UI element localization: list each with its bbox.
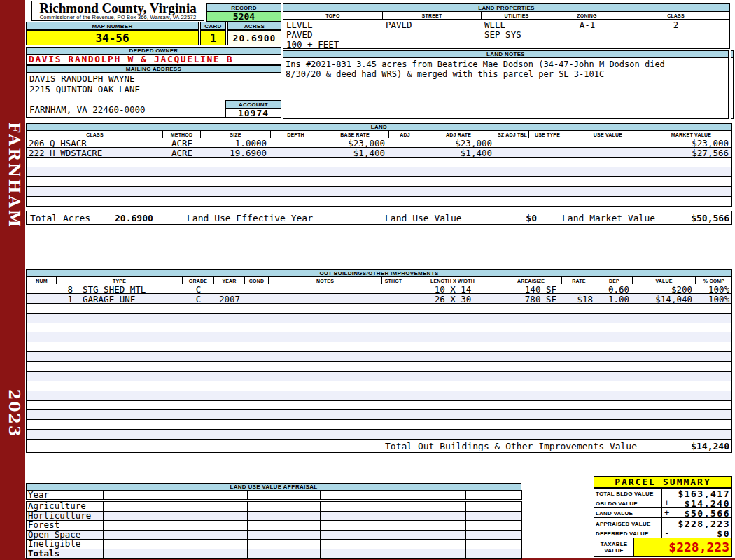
- column-header-rate: RATE: [562, 277, 596, 284]
- table-row: [27, 314, 732, 323]
- land-use-value-label: Land Use Value: [385, 214, 462, 226]
- address-line: FARNHAM, VA 22460-0000: [29, 105, 146, 115]
- cell-value: $14,040: [633, 295, 694, 304]
- column-header-adj: ADJ: [389, 131, 421, 138]
- land-use-effective-year-label: Land Use Effective Year: [187, 214, 313, 226]
- cell-base-rate: $23,000: [321, 139, 387, 148]
- appraisal-cell: [393, 520, 466, 531]
- table-row: [27, 332, 732, 342]
- appraisal-cell: [465, 549, 522, 559]
- address-line: 2215 QUINTON OAK LANE: [29, 85, 140, 94]
- column-header-year: YEAR: [214, 277, 245, 284]
- summary-row: LAND VALUE + $50,566: [594, 507, 732, 518]
- column-header-sthgt: STHGT: [382, 277, 405, 284]
- appraisal-cell: [320, 530, 393, 540]
- account-value: 10974: [225, 108, 281, 118]
- cell-depth: [271, 148, 321, 158]
- table-row: [27, 401, 732, 411]
- land-table-rows: 206 Q HSACRACRE1.0000$23,000$23,000$23,0…: [26, 138, 732, 206]
- cell-market-value: $27,566: [650, 148, 731, 158]
- appraisal-cell: [393, 539, 466, 550]
- summary-row-label: OBLDG VALUE: [596, 500, 638, 507]
- cell-pct-comp: 100%: [696, 285, 732, 294]
- street-value: PAVED: [386, 20, 412, 30]
- summary-row: TOTAL BLDG VALUE $163,417: [594, 488, 732, 498]
- table-row: [27, 410, 732, 420]
- appraisal-cell: [247, 520, 321, 531]
- appraisal-cell: [247, 501, 321, 512]
- card-value: 1: [200, 30, 226, 46]
- deeded-owner-value: DAVIS RANDOLPH W & JACQUELINE B: [26, 55, 281, 65]
- column-header-value: VALUE: [633, 277, 696, 284]
- appraisal-cell: [174, 490, 248, 500]
- table-row: [27, 323, 732, 333]
- out-buildings-total-label: Total Out Buildings & Other Improvements…: [385, 442, 637, 454]
- appraisal-cell: [174, 520, 248, 531]
- acres-header: ACRES: [227, 22, 281, 30]
- appraisal-cell: [393, 549, 466, 559]
- appraisal-cell: [247, 530, 321, 540]
- cell-method: ACRE: [163, 139, 201, 148]
- cell-area-size: 140 SF: [500, 285, 559, 294]
- appraisal-cell: [393, 511, 466, 522]
- cell-market-value: $23,000: [650, 139, 731, 148]
- record-value: 5204: [206, 11, 281, 22]
- land-notes-line: Ins #2021-831 3.45 acres from Beatrice M…: [286, 59, 665, 69]
- cell-sthgt: [382, 295, 405, 304]
- appraisal-cell: [103, 539, 174, 550]
- card-header: CARD: [200, 22, 226, 30]
- table-row: [27, 382, 732, 391]
- cell-dep: 1.00: [596, 295, 631, 304]
- land-totals-row: Total Acres 20.6900 Land Use Effective Y…: [26, 211, 732, 225]
- column-header-depth: DEPTH: [271, 131, 321, 138]
- appraisal-cell: [320, 490, 393, 500]
- cell-adj-rate: $23,000: [421, 139, 494, 148]
- column-header-class: CLASS: [27, 131, 163, 138]
- appraisal-cell: [103, 490, 174, 500]
- left-border-band: [0, 0, 25, 560]
- appraisal-cell: [174, 530, 248, 540]
- cell-notes: [269, 295, 382, 304]
- appraisal-cell: [320, 520, 393, 531]
- county-title: Richmond County, Virginia: [32, 1, 204, 15]
- cell-value: $200: [633, 285, 694, 294]
- summary-row: APPRAISED VALUE $228,223: [594, 517, 732, 528]
- table-row: [27, 158, 732, 167]
- column-header-market-value: MARKET VALUE: [650, 131, 732, 138]
- appraisal-cell: [247, 549, 321, 559]
- map-number-header: MAP NUMBER: [26, 22, 199, 30]
- appraisal-cell: [174, 549, 248, 559]
- cell-sz-adj-tbl: [496, 148, 529, 158]
- cell-adj-rate: $1,400: [421, 148, 494, 158]
- cell-rate: [562, 285, 595, 294]
- appraisal-cell: [247, 490, 321, 500]
- column-header-topo: TOPO: [284, 12, 383, 19]
- utilities-value: WELL: [484, 20, 505, 30]
- column-header-dep: DEP: [596, 277, 633, 284]
- cell-grade: C: [183, 295, 214, 304]
- summary-row-label: APPRAISED VALUE: [596, 521, 650, 527]
- cell-depth: [271, 139, 321, 148]
- taxable-value-label: TAXABLE VALUE: [594, 538, 634, 557]
- cell-method: ACRE: [163, 148, 201, 158]
- appraisal-cell: [247, 511, 321, 522]
- cell-use-type: [529, 139, 566, 148]
- cell-use-type: [529, 148, 566, 158]
- cell-type: STG SHED-MTL: [82, 285, 183, 294]
- land-use-appraisal-table: YearAgricultureHorticultureForestOpen Sp…: [26, 490, 522, 559]
- appraisal-cell: [103, 549, 174, 559]
- table-row: [27, 391, 732, 401]
- cell-sthgt: [382, 285, 405, 294]
- tax-year-label: 2023: [2, 389, 24, 438]
- cell-adj: [389, 139, 421, 148]
- appraisal-cell: [320, 549, 393, 559]
- column-header--comp: % COMP: [696, 277, 732, 284]
- land-market-value: $50,566: [639, 214, 729, 226]
- appraisal-cell: [465, 511, 522, 522]
- county-title-box: Richmond County, Virginia Commissioner o…: [31, 1, 204, 21]
- topo-value: PAVED: [286, 30, 313, 40]
- column-header-num: NUM: [27, 277, 57, 284]
- utilities-value: SEP SYS: [484, 30, 522, 40]
- appraisal-cell: [247, 539, 321, 550]
- column-header-sz-adj-tbl: SZ ADJ TBL: [496, 131, 529, 138]
